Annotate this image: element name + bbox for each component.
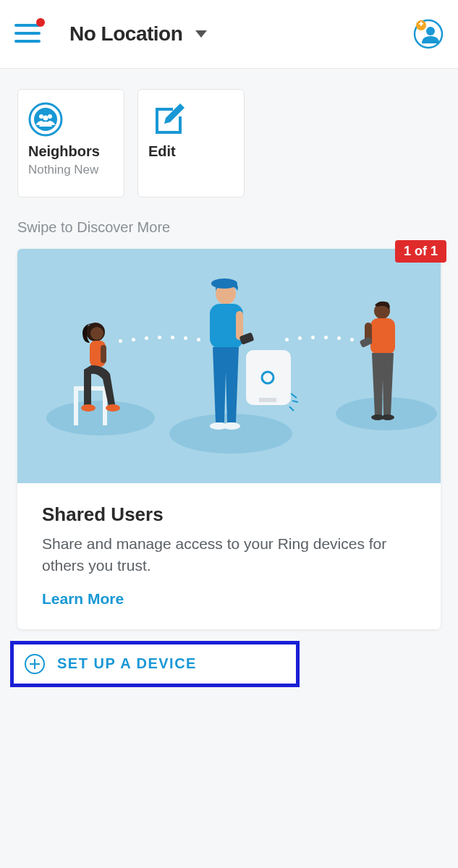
card-title: Shared Users	[42, 503, 416, 526]
setup-device-button[interactable]: SET UP A DEVICE	[10, 641, 300, 687]
discover-section-label: Swipe to Discover More	[17, 219, 441, 236]
svg-point-7	[39, 114, 43, 119]
svg-point-9	[43, 116, 48, 121]
menu-button[interactable]	[14, 24, 41, 44]
svg-point-17	[106, 404, 120, 412]
svg-rect-4	[420, 22, 422, 26]
notification-dot	[36, 18, 45, 27]
neighbors-icon	[28, 102, 63, 137]
svg-rect-19	[246, 350, 291, 405]
neighbors-tile[interactable]: Neighbors Nothing New	[17, 89, 124, 197]
tile-title: Neighbors	[28, 143, 114, 160]
tile-row: Neighbors Nothing New Edit	[17, 89, 441, 197]
shared-users-illustration	[17, 249, 441, 483]
svg-line-23	[292, 401, 298, 402]
add-shared-user-button[interactable]	[413, 19, 444, 49]
location-selector[interactable]: No Location	[69, 22, 207, 46]
svg-point-14	[90, 327, 103, 340]
main-content: Neighbors Nothing New Edit Swipe to Disc…	[0, 69, 458, 687]
shared-user-plus-icon	[413, 19, 444, 49]
svg-line-24	[289, 407, 294, 411]
edit-tile[interactable]: Edit	[137, 89, 245, 197]
svg-rect-11	[74, 391, 78, 425]
svg-point-1	[426, 27, 435, 35]
tile-title: Edit	[148, 143, 234, 160]
card-count-badge: 1 of 1	[395, 240, 446, 263]
svg-rect-21	[259, 398, 276, 402]
tile-subtitle: Nothing New	[28, 163, 114, 177]
svg-point-26	[211, 278, 237, 289]
setup-device-label: SET UP A DEVICE	[57, 655, 197, 672]
svg-rect-16	[101, 345, 106, 363]
svg-rect-33	[370, 318, 395, 354]
svg-point-31	[223, 422, 240, 430]
plus-circle-icon	[24, 653, 46, 675]
svg-point-37	[381, 414, 394, 420]
chevron-down-icon	[195, 30, 207, 38]
card-description: Share and manage access to your Ring dev…	[42, 533, 416, 577]
svg-point-8	[48, 114, 52, 119]
svg-point-18	[81, 404, 96, 412]
app-header: No Location	[0, 0, 458, 69]
edit-icon	[148, 101, 186, 138]
svg-line-22	[291, 393, 297, 398]
learn-more-link[interactable]: Learn More	[42, 590, 124, 608]
location-title: No Location	[69, 22, 182, 46]
discover-card[interactable]: 1 of 1	[17, 249, 441, 629]
